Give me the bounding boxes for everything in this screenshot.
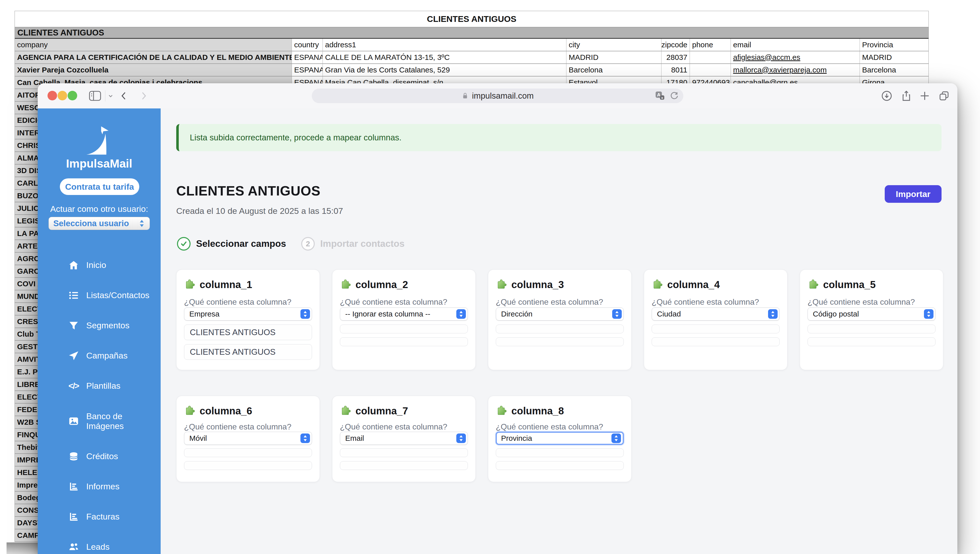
sidebar-item-inicio[interactable]: Inicio bbox=[38, 250, 161, 280]
column-question: ¿Qué contiene esta columna? bbox=[808, 297, 915, 307]
sidebar-item-cr-ditos[interactable]: Créditos bbox=[38, 441, 161, 471]
puzzle-icon bbox=[340, 278, 352, 291]
field-select-columna_7[interactable]: Email bbox=[340, 432, 468, 445]
tab-overview-icon[interactable] bbox=[936, 88, 952, 104]
cell-address1: Gran Via de les Corts Catalanes, 529 bbox=[323, 64, 566, 76]
sample-value bbox=[184, 448, 312, 457]
select-stepper-icon bbox=[611, 433, 621, 443]
field-select-value: Provincia bbox=[501, 434, 532, 442]
close-window-button[interactable] bbox=[48, 91, 57, 101]
sample-values bbox=[184, 448, 312, 470]
back-button-icon[interactable] bbox=[116, 88, 132, 104]
minimize-window-button[interactable] bbox=[57, 91, 67, 101]
sidebar-item-label: Leads bbox=[86, 542, 149, 552]
code-icon: </> bbox=[68, 380, 79, 391]
mapping-card-columna_4: columna_4¿Qué contiene esta columna?Ciud… bbox=[644, 270, 788, 370]
table-row: AGENCIA PARA LA CERTIFICACIÓN DE LA CALI… bbox=[15, 51, 929, 64]
sidebar-item-segmentos[interactable]: Segmentos bbox=[38, 310, 161, 341]
cell-country: ESPANA bbox=[292, 51, 323, 64]
cell-zipcode: 8011 bbox=[662, 64, 690, 76]
step-label: Seleccionar campos bbox=[196, 238, 286, 249]
lock-icon bbox=[461, 92, 469, 100]
sidebar-item-label: Facturas bbox=[86, 512, 149, 522]
puzzle-icon bbox=[652, 278, 663, 291]
select-stepper-icon bbox=[301, 309, 310, 319]
sidebar-item-listas-contactos[interactable]: Listas/Contactos bbox=[38, 280, 161, 310]
sidebar-item-label: Créditos bbox=[86, 451, 149, 461]
column-header: zipcode bbox=[662, 39, 690, 51]
mapping-card-columna_3: columna_3¿Qué contiene esta columna?Dire… bbox=[488, 270, 632, 370]
funnel-icon bbox=[68, 320, 79, 331]
card-header: columna_6 bbox=[184, 405, 252, 417]
browser-window: impulsamail.com A x bbox=[38, 83, 958, 554]
sidebar-item-leads[interactable]: Leads bbox=[38, 532, 161, 554]
sample-values bbox=[496, 448, 624, 470]
sample-value bbox=[496, 461, 624, 470]
field-select-columna_8[interactable]: Provincia bbox=[496, 432, 624, 445]
card-header: columna_3 bbox=[496, 278, 564, 291]
created-date-text: Creada el 10 de August de 2025 a las 15:… bbox=[176, 206, 343, 216]
field-select-columna_2[interactable]: -- Ignorar esta columna -- bbox=[340, 307, 468, 321]
sample-value bbox=[340, 448, 468, 457]
email-link[interactable]: afiglesias@accm.es bbox=[731, 51, 860, 64]
step-done-check-icon bbox=[177, 237, 191, 251]
column-header: country bbox=[292, 39, 323, 51]
cell-phone bbox=[690, 64, 731, 76]
sidebar-item-label: Banco de Imágenes bbox=[86, 411, 149, 431]
card-title: columna_6 bbox=[200, 405, 252, 417]
column-question: ¿Qué contiene esta columna? bbox=[652, 297, 759, 307]
sidebar-item-label: Listas/Contactos bbox=[86, 291, 149, 300]
field-select-columna_4[interactable]: Ciudad bbox=[652, 307, 780, 321]
translate-icon[interactable]: A x bbox=[654, 90, 666, 104]
forward-button-icon[interactable] bbox=[135, 88, 151, 104]
app-sidebar: ImpulsaMail Contrata tu tarifa Actuar co… bbox=[38, 109, 161, 554]
column-question: ¿Qué contiene esta columna? bbox=[184, 422, 291, 431]
column-question: ¿Qué contiene esta columna? bbox=[184, 297, 291, 307]
import-button[interactable]: Importar bbox=[885, 185, 942, 203]
sample-value bbox=[496, 448, 624, 457]
field-select-columna_6[interactable]: Móvil bbox=[184, 432, 312, 445]
card-title: columna_7 bbox=[355, 405, 408, 417]
step-number-badge: 2 bbox=[301, 237, 315, 251]
sidebar-item-banco-de-im-genes[interactable]: Banco de Imágenes bbox=[38, 401, 161, 441]
field-select-columna_5[interactable]: Código postal bbox=[808, 307, 935, 321]
card-header: columna_2 bbox=[340, 278, 408, 291]
reload-icon[interactable] bbox=[669, 91, 679, 103]
downloads-icon[interactable] bbox=[879, 88, 895, 104]
cell-company: AGENCIA PARA LA CERTIFICACIÓN DE LA CALI… bbox=[15, 51, 292, 64]
sample-value bbox=[808, 324, 935, 334]
sidebar-item-informes[interactable]: Informes bbox=[38, 471, 161, 502]
contract-plan-button[interactable]: Contrata tu tarifa bbox=[60, 178, 139, 195]
sample-value bbox=[808, 337, 935, 346]
sample-value bbox=[496, 337, 624, 346]
spreadsheet-header-row: companycountryaddress1cityzipcodephoneem… bbox=[15, 39, 929, 51]
field-select-columna_3[interactable]: Dirección bbox=[496, 307, 624, 321]
address-bar[interactable]: impulsamail.com A x bbox=[312, 89, 683, 103]
select-stepper-icon bbox=[924, 309, 934, 319]
sample-value: CLIENTES ANTIGUOS bbox=[184, 344, 312, 360]
select-stepper-icon bbox=[456, 433, 466, 443]
sidebar-toggle-icon[interactable] bbox=[87, 88, 103, 104]
column-question: ¿Qué contiene esta columna? bbox=[496, 422, 603, 431]
puzzle-icon bbox=[496, 405, 508, 417]
field-select-columna_1[interactable]: Empresa bbox=[184, 307, 312, 321]
sidebar-item-label: Informes bbox=[86, 482, 149, 491]
mapping-card-columna_5: columna_5¿Qué contiene esta columna?Códi… bbox=[800, 270, 943, 370]
cell-provincia: MADRID bbox=[860, 51, 929, 64]
sidebar-item-facturas[interactable]: Facturas bbox=[38, 502, 161, 532]
zoom-window-button[interactable] bbox=[68, 91, 77, 101]
url-text: impulsamail.com bbox=[472, 91, 534, 101]
card-title: columna_8 bbox=[511, 405, 564, 417]
share-icon[interactable] bbox=[898, 88, 915, 104]
bar-chart-icon bbox=[68, 481, 79, 492]
sample-values bbox=[652, 324, 780, 346]
column-header: company bbox=[15, 39, 292, 51]
puzzle-icon bbox=[496, 278, 508, 291]
new-tab-icon[interactable] bbox=[916, 88, 933, 104]
sidebar-item-campa-as[interactable]: Campañas bbox=[38, 341, 161, 371]
card-header: columna_1 bbox=[184, 278, 252, 291]
sidebar-item-plantillas[interactable]: </>Plantillas bbox=[38, 371, 161, 401]
user-select[interactable]: Selecciona usuario bbox=[49, 217, 150, 230]
cell-provincia: Barcelona bbox=[860, 64, 929, 76]
email-link[interactable]: mallorca@xavierpareja.com bbox=[731, 64, 860, 76]
